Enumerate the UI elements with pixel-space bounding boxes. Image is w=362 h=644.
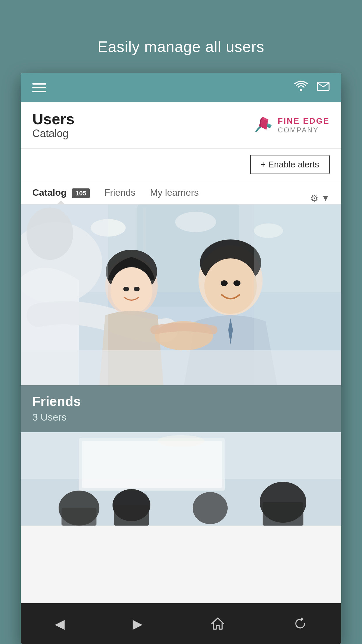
svg-point-17 xyxy=(134,287,140,291)
tab-friends-label: Friends xyxy=(104,187,136,198)
hamburger-line-1 xyxy=(32,83,46,85)
teal-header-bar xyxy=(21,73,341,102)
back-icon: ◀ xyxy=(55,616,65,631)
friends-card-image xyxy=(21,204,341,385)
svg-point-38 xyxy=(158,435,204,447)
logo-svg-icon xyxy=(253,115,274,136)
hamburger-line-3 xyxy=(32,91,46,92)
page-headline: Easily manage all users xyxy=(98,38,264,55)
alert-button-row: + Enable alerts xyxy=(21,149,341,180)
chevron-down-icon: ▼ xyxy=(321,194,330,203)
hamburger-line-2 xyxy=(32,87,46,88)
svg-rect-3 xyxy=(317,82,329,90)
home-icon xyxy=(210,616,225,631)
tab-mylearners-label: My learners xyxy=(150,187,199,198)
header-icons-group xyxy=(294,80,330,95)
forward-icon: ▶ xyxy=(133,616,143,631)
gear-icon: ⚙ xyxy=(310,193,319,204)
svg-point-15 xyxy=(110,267,152,314)
refresh-button[interactable] xyxy=(287,610,313,637)
bottom-navigation: ◀ ▶ xyxy=(21,603,341,644)
company-logo-text: FINE EDGE COMPANY xyxy=(278,116,330,134)
friends-card[interactable]: Friends 3 Users xyxy=(21,204,341,432)
tab-catalog-label: Catalog xyxy=(32,187,66,198)
users-title-block: Users Catalog xyxy=(32,111,75,140)
users-catalog-header: Users Catalog FINE EDGE COMPANY xyxy=(21,102,341,149)
svg-point-0 xyxy=(300,89,302,91)
mylearners-card[interactable] xyxy=(21,432,341,526)
back-button[interactable]: ◀ xyxy=(49,610,71,637)
tab-bar: Catalog 105 Friends My learners ⚙ ▼ xyxy=(21,180,341,204)
svg-point-16 xyxy=(123,287,129,291)
catalog-badge: 105 xyxy=(72,188,90,198)
svg-rect-37 xyxy=(263,502,303,526)
refresh-icon xyxy=(293,616,307,631)
svg-rect-32 xyxy=(61,508,96,526)
svg-point-20 xyxy=(204,258,257,314)
svg-rect-30 xyxy=(82,441,222,488)
friends-photo-svg xyxy=(21,204,341,385)
svg-rect-26 xyxy=(254,204,341,385)
users-title: Users xyxy=(32,111,75,127)
friends-card-overlay: Friends 3 Users xyxy=(21,385,341,432)
enable-alerts-button[interactable]: + Enable alerts xyxy=(250,155,330,174)
mail-icon[interactable] xyxy=(317,81,330,94)
content-area: Friends 3 Users xyxy=(21,204,341,603)
forward-button[interactable]: ▶ xyxy=(127,610,148,637)
phone-frame: Users Catalog FINE EDGE COMPANY xyxy=(21,73,341,644)
mylearners-photo-svg xyxy=(21,432,341,526)
svg-point-22 xyxy=(233,280,240,286)
friends-card-title: Friends xyxy=(32,393,330,409)
home-button[interactable] xyxy=(205,610,231,637)
catalog-subtitle: Catalog xyxy=(32,127,75,140)
svg-rect-25 xyxy=(21,204,108,385)
friends-card-subtitle: 3 Users xyxy=(32,412,330,423)
company-logo-block: FINE EDGE COMPANY xyxy=(253,115,330,136)
logo-company: COMPANY xyxy=(278,126,330,134)
svg-point-21 xyxy=(221,280,228,286)
hamburger-menu-icon[interactable] xyxy=(32,83,46,92)
svg-point-35 xyxy=(193,492,228,524)
svg-rect-34 xyxy=(114,505,149,526)
tab-catalog[interactable]: Catalog 105 xyxy=(32,180,90,204)
wifi-icon xyxy=(294,80,308,95)
tab-mylearners[interactable]: My learners xyxy=(150,180,199,204)
logo-fine-edge: FINE EDGE xyxy=(278,116,330,126)
tab-settings-group[interactable]: ⚙ ▼ xyxy=(310,193,330,204)
tab-friends[interactable]: Friends xyxy=(104,180,136,204)
